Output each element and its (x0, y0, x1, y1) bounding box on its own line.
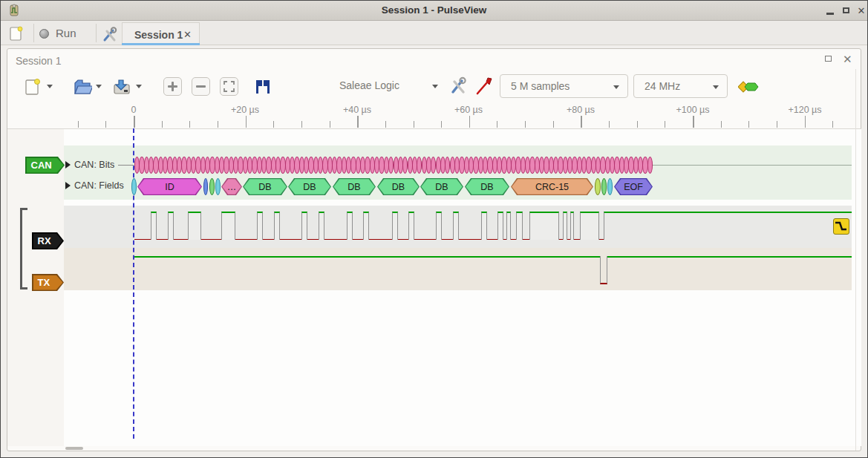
ruler-minor-tick (218, 121, 218, 128)
can-decoder-tag[interactable]: CAN (25, 157, 65, 174)
open-file-button[interactable] (73, 77, 92, 96)
probe-button[interactable] (474, 76, 494, 96)
ruler-minor-tick (665, 121, 665, 128)
can-bits-row-label: CAN: Bits (74, 160, 114, 170)
tx-channel-tag[interactable]: TX (32, 274, 64, 291)
tab-session-1[interactable]: Session 1 ✕ (122, 22, 200, 45)
rx-high-pulse (188, 212, 201, 240)
ruler-tick-label: +80 µs (567, 105, 595, 115)
rx-channel-tag[interactable]: RX (32, 232, 64, 249)
rx-high-pulse (453, 212, 459, 240)
can-field-annotation-fill: DB (333, 179, 374, 194)
rx-high-pulse (481, 212, 487, 240)
can-field-annotation (601, 178, 607, 195)
device-select-arrow (432, 85, 438, 88)
subwindow-close-button[interactable]: ✕ (843, 53, 852, 66)
ruler-minor-tick (832, 121, 833, 128)
can-field-annotation: DB (333, 178, 376, 195)
zoom-in-icon (164, 78, 181, 95)
zoom-fit-button[interactable] (220, 77, 238, 96)
new-session-button[interactable] (8, 25, 25, 42)
device-select[interactable]: Saleae Logic (333, 74, 445, 98)
settings-wrench-button[interactable] (102, 27, 118, 43)
can-field-annotation-fill: DB (421, 179, 462, 194)
rx-final-high (604, 212, 852, 240)
rx-high-pulse (580, 212, 599, 240)
channels-button[interactable] (448, 76, 468, 96)
save-button[interactable] (112, 77, 131, 96)
ruler-major-tick (246, 116, 247, 128)
rx-high-pulse (151, 212, 157, 240)
ruler-minor-tick (330, 121, 330, 128)
tab-close-icon[interactable]: ✕ (183, 29, 192, 40)
ruler-major-tick (357, 116, 359, 128)
can-field-annotation-fill: DB (244, 179, 286, 194)
save-dropdown-arrow[interactable] (136, 85, 142, 88)
can-field-annotation: DB (465, 178, 509, 195)
zoom-out-button[interactable] (192, 77, 210, 96)
sample-rate-combo[interactable]: 24 MHz (633, 74, 728, 98)
ruler-minor-tick (497, 121, 497, 128)
ruler-tick-label: +20 µs (231, 105, 259, 115)
can-bits-expander[interactable] (65, 161, 71, 169)
rx-high-pulse (497, 212, 503, 240)
add-decoder-button[interactable] (738, 78, 760, 96)
rx-high-pulse (516, 212, 523, 240)
ruler-minor-tick (441, 121, 442, 128)
ruler-tick-label: 0 (131, 105, 137, 115)
close-button[interactable]: ✕ (855, 5, 868, 16)
new-file-button[interactable] (23, 77, 42, 96)
sample-rate-arrow (713, 85, 719, 89)
tab-label: Session 1 (134, 29, 183, 41)
rx-high-pulse (319, 212, 324, 240)
rx-tag-label: RX (33, 234, 63, 249)
zoom-out-icon (192, 78, 209, 95)
zoom-in-button[interactable] (163, 77, 182, 96)
tx-low-dip (600, 256, 607, 284)
rx-high-pulse (363, 212, 369, 240)
can-field-annotation-fill: DB (289, 179, 330, 194)
new-file-dropdown-arrow[interactable] (47, 85, 53, 88)
pulseview-window: Session 1 - PulseView ✕ Run Session 1 ✕ … (0, 0, 868, 458)
can-field-annotation: ID (137, 178, 202, 195)
ruler-minor-tick (273, 121, 274, 128)
ruler-minor-tick (721, 121, 722, 128)
time-cursor[interactable] (133, 128, 134, 439)
can-field-annotation (131, 178, 137, 195)
rx-high-pulse (436, 212, 442, 240)
can-fields-expander[interactable] (65, 182, 71, 189)
ruler-minor-tick (609, 121, 610, 128)
can-field-annotation: EOF (614, 178, 653, 195)
ruler-major-tick (581, 116, 582, 128)
can-bit-annotation (647, 157, 653, 174)
can-field-annotation (607, 178, 613, 195)
ruler-major-tick (805, 116, 806, 128)
rx-high-pulse (347, 212, 353, 240)
maximize-button[interactable] (840, 5, 853, 16)
can-field-annotation (215, 178, 221, 195)
minimize-icon (826, 13, 834, 15)
subwindow-title: Session 1 (16, 55, 61, 67)
horizontal-scrollbar-thumb[interactable] (65, 447, 83, 450)
ruler-tick-label: +120 µs (788, 105, 821, 115)
tx-high-line (134, 256, 852, 258)
open-file-dropdown-arrow[interactable] (96, 85, 102, 88)
toolbar-separator (33, 24, 34, 42)
can-bits-connector-line (118, 165, 134, 166)
can-field-annotation: DB (377, 178, 420, 195)
ruler-major-tick (693, 116, 694, 128)
rx-high-pulse (392, 212, 398, 240)
title-bar[interactable]: Session 1 - PulseView ✕ (1, 1, 867, 21)
ruler-tick-label: +60 µs (454, 105, 483, 115)
device-select-value: Saleae Logic (339, 79, 399, 91)
can-field-annotation: DB (243, 178, 287, 195)
can-field-annotation-fill: DB (378, 179, 418, 194)
channel-group-bracket[interactable] (20, 208, 27, 289)
ruler-minor-tick (385, 121, 386, 128)
minimize-button[interactable] (823, 5, 837, 16)
ruler-minor-tick (748, 121, 749, 128)
trigger-settings-button[interactable] (254, 78, 272, 96)
run-button[interactable]: Run (38, 24, 91, 43)
can-bits-trailing-line (652, 165, 852, 166)
sample-count-combo[interactable]: 5 M samples (500, 74, 628, 98)
